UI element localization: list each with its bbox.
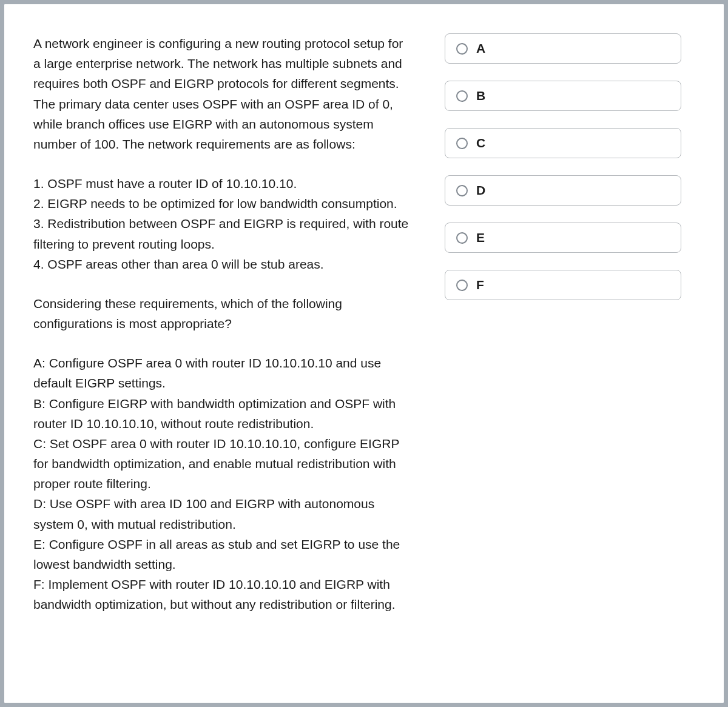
answer-label: F <box>476 278 484 292</box>
answer-option-e[interactable]: E <box>445 223 681 253</box>
answer-label: A <box>476 41 485 56</box>
radio-icon <box>456 43 468 55</box>
answer-label: D <box>476 183 485 198</box>
answer-label: E <box>476 230 485 245</box>
question-choices-text: A: Configure OSPF area 0 with router ID … <box>33 353 410 614</box>
radio-icon <box>456 185 468 196</box>
answer-label: C <box>476 136 485 150</box>
radio-icon <box>456 232 468 244</box>
answer-label: B <box>476 89 485 103</box>
answers-column: A B C D E F <box>445 33 681 674</box>
radio-icon <box>456 280 468 291</box>
answer-option-c[interactable]: C <box>445 128 681 158</box>
answer-option-b[interactable]: B <box>445 81 681 111</box>
answer-option-d[interactable]: D <box>445 175 681 206</box>
question-requirements: 1. OSPF must have a router ID of 10.10.1… <box>33 173 410 274</box>
question-card: A network engineer is configuring a new … <box>2 2 726 705</box>
radio-icon <box>456 90 468 102</box>
question-intro: A network engineer is configuring a new … <box>33 33 410 154</box>
radio-icon <box>456 138 468 149</box>
answer-option-a[interactable]: A <box>445 33 681 64</box>
question-prompt: Considering these requirements, which of… <box>33 293 410 333</box>
question-text-column: A network engineer is configuring a new … <box>33 33 410 674</box>
answer-option-f[interactable]: F <box>445 270 681 300</box>
